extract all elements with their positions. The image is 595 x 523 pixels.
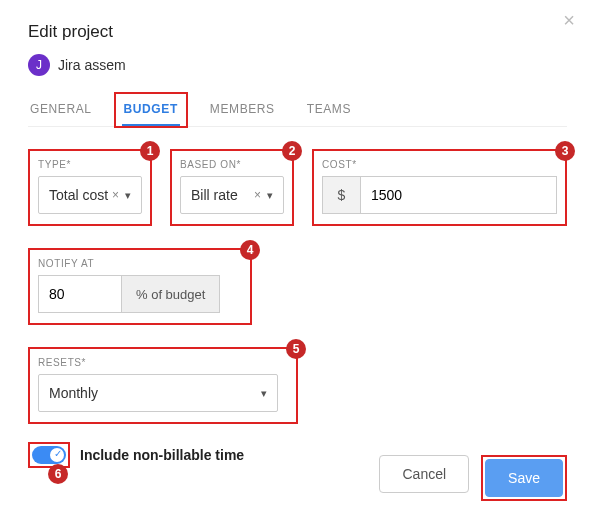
- type-value: Total cost: [49, 187, 112, 203]
- tab-members[interactable]: MEMBERS: [208, 94, 277, 126]
- avatar: J: [28, 54, 50, 76]
- cost-label: COST*: [322, 159, 557, 170]
- cost-input[interactable]: [360, 176, 557, 214]
- type-field-group: 1 TYPE* Total cost × ▾: [28, 149, 152, 226]
- resets-select[interactable]: Monthly ▾: [38, 374, 278, 412]
- dialog-actions: Cancel Save: [379, 455, 567, 501]
- notify-input[interactable]: [38, 275, 122, 313]
- marker-5: 5: [286, 339, 306, 359]
- currency-symbol: $: [322, 176, 360, 214]
- basedon-field-group: 2 BASED ON* Bill rate × ▾: [170, 149, 294, 226]
- resets-value: Monthly: [49, 385, 261, 401]
- include-nonbillable-label: Include non-billable time: [80, 447, 244, 463]
- resets-field-group: 5 RESETS* Monthly ▾: [28, 347, 298, 424]
- resets-label: RESETS*: [38, 357, 288, 368]
- close-icon[interactable]: ×: [557, 8, 581, 33]
- marker-1: 1: [140, 141, 160, 161]
- marker-2: 2: [282, 141, 302, 161]
- edit-project-dialog: × Edit project J Jira assem GENERAL BUDG…: [0, 0, 595, 490]
- dialog-title: Edit project: [28, 22, 567, 42]
- chevron-down-icon: ▾: [267, 189, 273, 202]
- basedon-select[interactable]: Bill rate × ▾: [180, 176, 284, 214]
- notify-suffix: % of budget: [122, 275, 220, 313]
- type-label: TYPE*: [38, 159, 142, 170]
- notify-field-group: 4 NOTIFY AT % of budget: [28, 248, 252, 325]
- marker-4: 4: [240, 240, 260, 260]
- cost-field-group: 3 COST* $: [312, 149, 567, 226]
- cancel-button[interactable]: Cancel: [379, 455, 469, 493]
- tab-teams[interactable]: TEAMS: [305, 94, 353, 126]
- chevron-down-icon: ▾: [125, 189, 131, 202]
- clear-icon[interactable]: ×: [112, 188, 119, 202]
- basedon-value: Bill rate: [191, 187, 254, 203]
- notify-label: NOTIFY AT: [38, 258, 242, 269]
- marker-6: 6: [48, 464, 68, 484]
- basedon-label: BASED ON*: [180, 159, 284, 170]
- save-button[interactable]: Save: [485, 459, 563, 497]
- chevron-down-icon: ▾: [261, 387, 267, 400]
- type-select[interactable]: Total cost × ▾: [38, 176, 142, 214]
- marker-3: 3: [555, 141, 575, 161]
- project-name: Jira assem: [58, 57, 126, 73]
- tabs: GENERAL BUDGET MEMBERS TEAMS: [28, 94, 567, 127]
- tab-general[interactable]: GENERAL: [28, 94, 94, 126]
- include-nonbillable-toggle[interactable]: ✓: [32, 446, 66, 464]
- project-row: J Jira assem: [28, 54, 567, 76]
- clear-icon[interactable]: ×: [254, 188, 261, 202]
- tab-budget[interactable]: BUDGET: [122, 94, 180, 126]
